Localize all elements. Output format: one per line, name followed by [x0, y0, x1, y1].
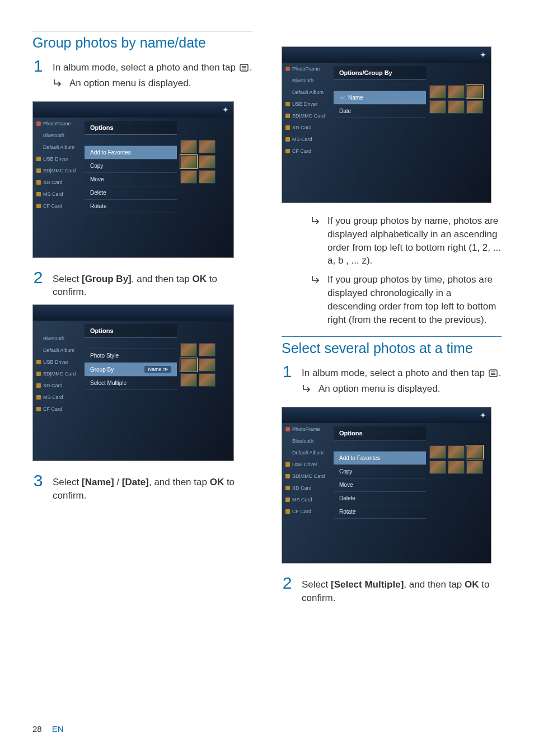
right-column: ✦ PhotoFrame Bluetooth Default Album USB… — [282, 31, 502, 608]
menu-icon — [240, 64, 249, 72]
step-1-result: An option menu is displayed. — [53, 77, 252, 90]
bluetooth-icon: ✦ — [480, 411, 486, 420]
section-divider — [32, 31, 252, 31]
step-3: 3 Select [Name] / [Date], and then tap O… — [32, 472, 252, 503]
result-arrow-icon — [302, 384, 313, 394]
step-number: 3 — [32, 472, 44, 489]
step-1: 1 In album mode, select a photo and then… — [32, 58, 252, 96]
screenshot-menu: Options Add to Favorites Copy Move Delet… — [334, 423, 426, 563]
page-language: EN — [52, 724, 64, 734]
menu-icon — [489, 369, 498, 377]
step-2-text: Select [Group By], and then tap OK to co… — [53, 269, 252, 299]
step-number: 1 — [282, 363, 293, 380]
result-group-name: If you group photos by name, photos are … — [311, 214, 502, 267]
screenshot-sidebar: PhotoFrame Bluetooth Default Album USB D… — [33, 118, 85, 257]
screenshot-sidebar: PhotoFrame Bluetooth Default Album USB D… — [282, 423, 334, 563]
screenshot-options-3: ✦ PhotoFrame Bluetooth Default Album USB… — [282, 407, 491, 564]
select-step-2-text: Select [Select Multiple], and then tap O… — [302, 575, 502, 605]
screenshot-thumbs — [177, 118, 233, 257]
step-1-text: In album mode, select a photo and then t… — [53, 61, 252, 74]
screenshot-thumbs — [177, 321, 233, 461]
screenshot-options-2: Bluetooth Default Album USB Driver SD|MM… — [32, 304, 234, 461]
step-2: 2 Select [Group By], and then tap OK to … — [32, 269, 252, 299]
select-step-1-result: An option menu is displayed. — [302, 382, 502, 396]
left-column: Group photos by name/date 1 In album mod… — [32, 31, 252, 608]
screenshot-groupby: ✦ PhotoFrame Bluetooth Default Album USB… — [282, 46, 491, 203]
section-heading-select: Select several photos at a time — [282, 340, 502, 356]
screenshot-menu: Options/Group By ≪ Name Date — [334, 63, 426, 203]
section-heading-group: Group photos by name/date — [32, 35, 252, 51]
screenshot-sidebar: Bluetooth Default Album USB Driver SD|MM… — [33, 321, 85, 461]
step-number: 2 — [32, 269, 44, 286]
screenshot-thumbs — [426, 63, 491, 203]
select-step-2: 2 Select [Select Multiple], and then tap… — [282, 575, 502, 605]
bluetooth-icon: ✦ — [222, 105, 229, 114]
step-3-text: Select [Name] / [Date], and then tap OK … — [53, 472, 252, 503]
screenshot-menu: Options Add to Favorites Copy Move Delet… — [85, 118, 177, 257]
step-number: 1 — [32, 58, 44, 74]
screenshot-thumbs — [426, 423, 491, 563]
select-step-1: 1 In album mode, select a photo and then… — [282, 363, 502, 401]
screenshot-sidebar: PhotoFrame Bluetooth Default Album USB D… — [282, 63, 334, 203]
select-step-1-text: In album mode, select a photo and then t… — [302, 367, 502, 380]
result-arrow-icon — [311, 275, 322, 285]
section-divider — [282, 336, 502, 337]
screenshot-options-1: ✦ PhotoFrame Bluetooth Default Album USB… — [32, 101, 234, 258]
result-arrow-icon — [53, 78, 64, 88]
bluetooth-icon: ✦ — [480, 50, 486, 59]
manual-page: Group photos by name/date 1 In album mod… — [0, 0, 534, 756]
screenshot-menu: Options Photo Style Group By Name ≫ Sele… — [85, 321, 177, 461]
result-group-time: If you group photos by time, photos are … — [311, 273, 502, 326]
step-number: 2 — [282, 575, 293, 591]
page-footer: 28 EN — [32, 724, 64, 734]
page-number: 28 — [32, 724, 42, 734]
result-arrow-icon — [311, 216, 322, 226]
